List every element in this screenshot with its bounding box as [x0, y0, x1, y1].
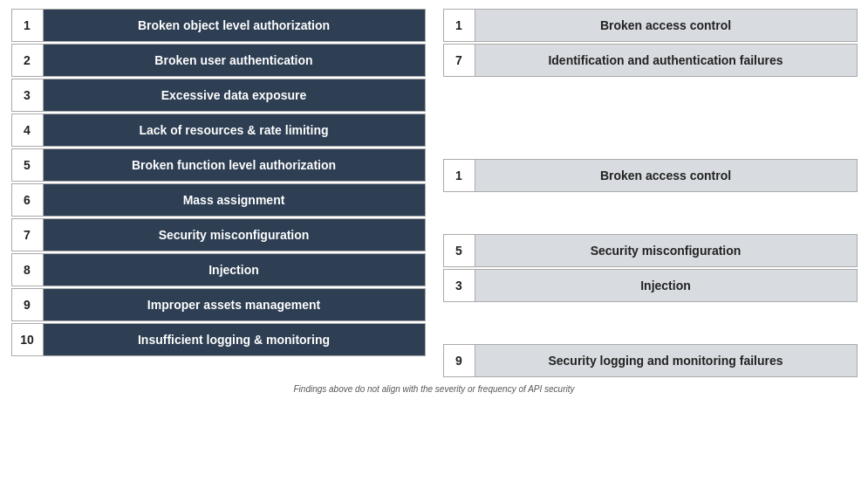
row-label: Broken access control	[475, 160, 857, 191]
right-row: 3Injection	[443, 269, 858, 302]
left-row: 2Broken user authentication	[11, 44, 426, 77]
left-row: 5Broken function level authorization	[11, 148, 426, 182]
row-number: 9	[12, 289, 44, 320]
row-label: Security misconfiguration	[44, 219, 425, 251]
right-row: 1Broken access control	[443, 9, 858, 42]
left-row: 3Excessive data exposure	[11, 79, 426, 112]
row-number: 4	[12, 114, 44, 146]
left-row: 1Broken object level authorization	[11, 9, 426, 42]
right-row: 5Security misconfiguration	[443, 234, 858, 267]
row-label: Improper assets management	[44, 289, 425, 320]
left-row: 8Injection	[11, 253, 426, 286]
row-number: 1	[444, 10, 475, 41]
row-label: Security logging and monitoring failures	[475, 345, 857, 376]
left-row: 7Security misconfiguration	[11, 218, 426, 251]
row-label: Broken function level authorization	[44, 149, 425, 181]
row-number: 5	[444, 235, 475, 266]
row-label: Insufficient logging & monitoring	[44, 324, 425, 355]
left-row: 6Mass assignment	[11, 183, 426, 217]
row-number: 3	[444, 270, 475, 301]
row-number: 7	[12, 219, 44, 251]
row-label: Broken user authentication	[44, 45, 425, 76]
row-number: 1	[12, 10, 44, 41]
empty-row	[443, 119, 858, 157]
empty-row	[443, 304, 858, 342]
footnote: Findings above do not align with the sev…	[293, 384, 574, 394]
row-label: Mass assignment	[44, 184, 425, 216]
left-column: 1Broken object level authorization2Broke…	[11, 9, 426, 379]
left-row: 10Insufficient logging & monitoring	[11, 323, 426, 356]
row-label: Broken object level authorization	[44, 10, 425, 41]
row-number: 7	[444, 45, 475, 76]
row-label: Injection	[475, 270, 857, 301]
row-number: 6	[12, 184, 44, 216]
right-row: 9Security logging and monitoring failure…	[443, 344, 858, 377]
row-number: 2	[12, 45, 44, 76]
row-number: 8	[12, 254, 44, 286]
right-row: 7Identification and authentication failu…	[443, 44, 858, 77]
empty-row	[443, 194, 858, 232]
empty-row	[443, 79, 858, 117]
row-number: 1	[444, 160, 475, 191]
row-label: Identification and authentication failur…	[475, 45, 857, 76]
row-number: 3	[12, 79, 44, 111]
right-column: 1Broken access control7Identification an…	[443, 9, 858, 379]
row-label: Excessive data exposure	[44, 79, 425, 111]
row-label: Injection	[44, 254, 425, 286]
comparison-table: 1Broken object level authorization2Broke…	[11, 9, 858, 379]
left-row: 9Improper assets management	[11, 288, 426, 321]
row-number: 10	[12, 324, 44, 355]
row-label: Lack of resources & rate limiting	[44, 114, 425, 146]
right-row: 1Broken access control	[443, 159, 858, 192]
row-label: Broken access control	[475, 10, 857, 41]
row-number: 5	[12, 149, 44, 181]
row-number: 9	[444, 345, 475, 376]
left-row: 4Lack of resources & rate limiting	[11, 114, 426, 147]
row-label: Security misconfiguration	[475, 235, 857, 266]
